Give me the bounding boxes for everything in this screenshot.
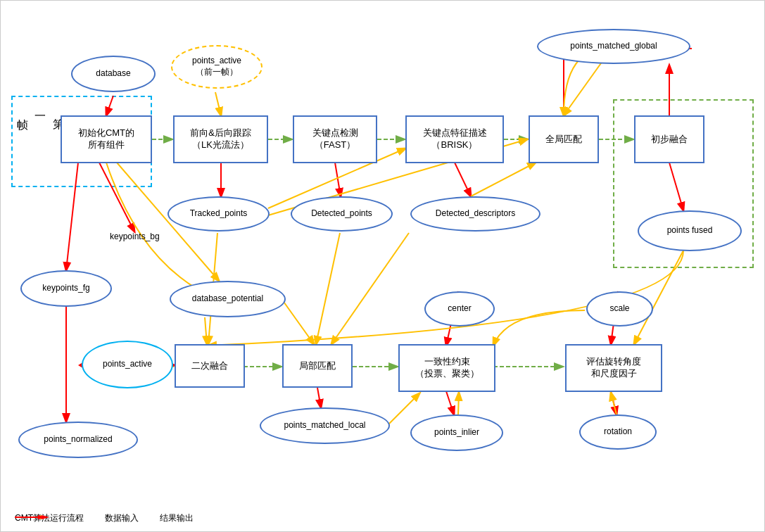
legend-label-data-input: 数据输入 xyxy=(105,512,139,524)
svg-line-20 xyxy=(316,233,340,344)
svg-line-41 xyxy=(458,393,459,414)
node-database: database xyxy=(71,56,156,92)
node-rotation: rotation xyxy=(579,414,657,450)
node-detected-points: Detected_points xyxy=(291,196,393,232)
node-points-matched-local: points_matched_local xyxy=(260,407,390,444)
svg-line-21 xyxy=(331,233,409,344)
node-initial-fuse: 初步融合 xyxy=(634,115,704,163)
node-scale: scale xyxy=(586,291,653,327)
node-forward-backward: 前向&后向跟踪（LK光流法） xyxy=(173,115,268,163)
node-database-potential: database_potential xyxy=(170,281,286,317)
node-consistency: 一致性约束（投票、聚类） xyxy=(398,344,495,392)
node-points-normalized: points_normalized xyxy=(18,422,138,458)
node-keypoint-detect: 关键点检测（FAST） xyxy=(293,115,377,163)
node-center: center xyxy=(424,291,495,327)
svg-line-32 xyxy=(386,393,419,426)
node-local-match: 局部匹配 xyxy=(282,344,353,388)
legend-item-cmt: CMT算法运行流程 xyxy=(15,512,84,524)
node-secondary-fuse: 二次融合 xyxy=(175,344,245,388)
label-site: SItE xyxy=(200,337,218,348)
node-global-match: 全局匹配 xyxy=(529,115,599,163)
svg-line-22 xyxy=(471,163,536,196)
node-points-fused: points fused xyxy=(638,210,742,251)
svg-line-19 xyxy=(282,300,314,344)
diagram: 第一帧 xyxy=(0,0,765,532)
svg-line-8 xyxy=(335,163,341,196)
svg-line-39 xyxy=(611,393,617,414)
svg-line-30 xyxy=(611,391,617,414)
svg-line-29 xyxy=(446,391,454,414)
label-keypoints-bg: keypoints_bg xyxy=(110,232,160,241)
svg-line-1 xyxy=(215,92,221,115)
node-detected-desc: Detected_descriptors xyxy=(410,196,540,232)
node-points-active-prev: points_active（前一帧） xyxy=(171,45,263,89)
node-points-active: points_active xyxy=(82,341,173,388)
svg-line-31 xyxy=(317,388,321,407)
legend-item-result-output: 结果输出 xyxy=(160,512,194,524)
legend-label-result-output: 结果输出 xyxy=(160,512,194,524)
node-points-inlier: points_inlier xyxy=(410,414,503,451)
node-keypoint-describe: 关键点特征描述（BRISK） xyxy=(405,115,504,163)
node-points-matched-global: points_matched_global xyxy=(537,29,690,64)
node-tracked-points: Tracked_points xyxy=(167,196,270,232)
legend-label-cmt: CMT算法运行流程 xyxy=(15,512,84,524)
legend-item-data-input: 数据输入 xyxy=(105,512,139,524)
node-init-cmt: 初始化CMT的所有组件 xyxy=(61,115,152,163)
node-eval-rotation: 评估旋转角度和尺度因子 xyxy=(565,344,662,392)
svg-line-9 xyxy=(455,163,471,196)
legend: CMT算法运行流程 数据输入 结果输出 xyxy=(15,512,194,524)
node-keypoints-fg: keypoints_fg xyxy=(20,270,112,307)
